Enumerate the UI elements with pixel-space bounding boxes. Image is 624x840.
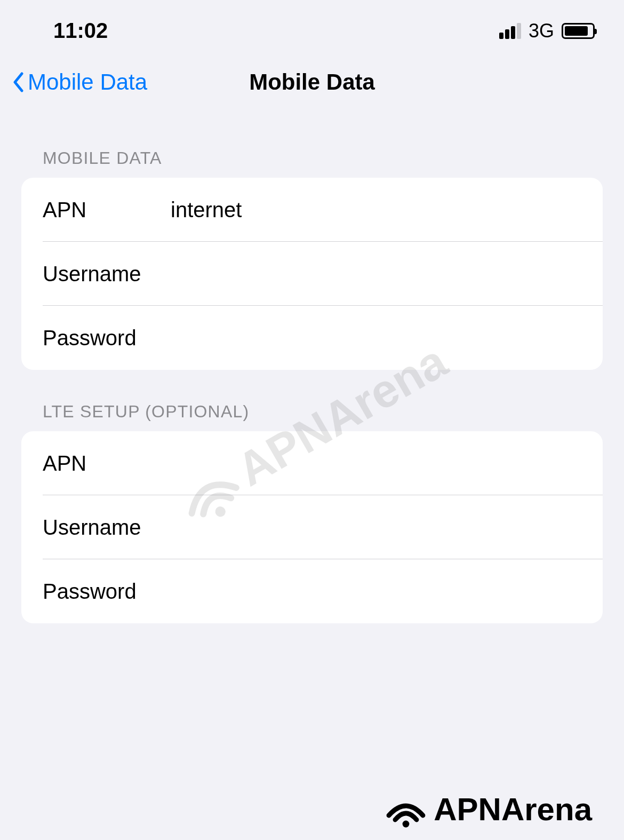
label-lte-username: Username <box>43 516 171 540</box>
input-lte-apn[interactable] <box>171 451 581 476</box>
chevron-left-icon <box>11 70 26 94</box>
section-header-mobile-data: MOBILE DATA <box>43 148 603 168</box>
label-lte-password: Password <box>43 580 171 604</box>
section-header-lte-setup: LTE SETUP (OPTIONAL) <box>43 402 603 422</box>
input-lte-password[interactable] <box>171 580 581 604</box>
section-lte-setup: LTE SETUP (OPTIONAL) APN Username Passwo… <box>0 402 624 623</box>
input-password[interactable] <box>171 326 581 350</box>
section-mobile-data: MOBILE DATA APN Username Password <box>0 148 624 370</box>
navigation-bar: Mobile Data Mobile Data <box>0 53 624 116</box>
label-password: Password <box>43 326 171 350</box>
row-lte-username[interactable]: Username <box>21 495 603 559</box>
input-lte-username[interactable] <box>171 516 581 540</box>
label-apn: APN <box>43 198 171 222</box>
group-mobile-data: APN Username Password <box>21 178 603 370</box>
wifi-icon <box>385 788 427 830</box>
back-label: Mobile Data <box>28 69 147 95</box>
row-lte-apn[interactable]: APN <box>21 431 603 495</box>
page-title: Mobile Data <box>249 69 375 95</box>
watermark-bottom: APNArena <box>385 788 592 830</box>
status-bar: 11:02 3G <box>0 0 624 53</box>
watermark-text-bottom: APNArena <box>434 791 592 828</box>
network-type-label: 3G <box>529 20 554 42</box>
row-lte-password[interactable]: Password <box>21 559 603 623</box>
battery-icon <box>562 23 595 39</box>
group-lte-setup: APN Username Password <box>21 431 603 623</box>
input-apn[interactable] <box>171 198 581 222</box>
row-password[interactable]: Password <box>21 306 603 370</box>
row-apn[interactable]: APN <box>21 178 603 242</box>
label-lte-apn: APN <box>43 451 171 476</box>
status-time: 11:02 <box>53 19 108 43</box>
svg-point-1 <box>403 821 410 828</box>
back-button[interactable]: Mobile Data <box>11 69 147 95</box>
row-username[interactable]: Username <box>21 242 603 306</box>
status-indicators: 3G <box>499 20 595 42</box>
signal-icon <box>499 23 521 39</box>
label-username: Username <box>43 262 171 286</box>
input-username[interactable] <box>171 262 581 286</box>
